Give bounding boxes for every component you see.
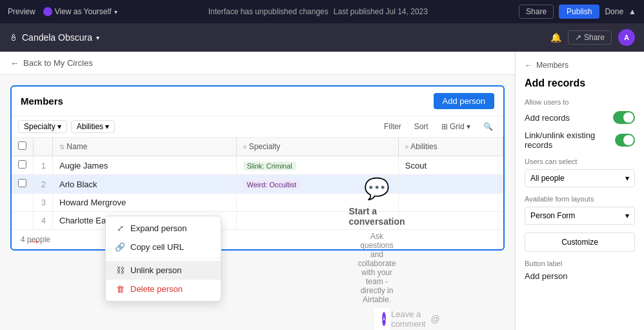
filter-label: Abilities xyxy=(77,122,103,131)
row-number: 1 xyxy=(34,156,53,175)
chevron-down-icon: ▾ xyxy=(625,211,629,220)
row-abilities xyxy=(398,194,503,212)
link-unlink-toggle-row: Link/unlink existing records xyxy=(525,130,635,150)
share-button-app[interactable]: ↗ Share xyxy=(568,30,612,45)
abilities-filter[interactable]: Abilities ▾ xyxy=(71,120,115,133)
button-label-value: Add person xyxy=(525,271,635,281)
sort-button[interactable]: Sort xyxy=(410,121,432,132)
specialty-filter[interactable]: Specialty ▾ xyxy=(18,120,67,133)
form-layout-select[interactable]: Person Form ▾ xyxy=(525,207,635,225)
app-header-right: 🔔 ↗ Share A xyxy=(550,29,635,46)
app-header: 🕯 Candela Obscura ▾ 🔔 ↗ Share A xyxy=(0,23,644,52)
table-row[interactable]: 4 Charlotte Eaves xyxy=(12,212,503,230)
users-select-box[interactable]: All people ▾ xyxy=(525,169,635,187)
allow-users-label: Allow users to xyxy=(525,98,635,106)
right-panel: ← Members Add records Allow users to Add… xyxy=(515,52,644,330)
row-checkbox[interactable] xyxy=(12,175,34,194)
arrow-indicator: → xyxy=(27,233,41,250)
checkbox-col-header xyxy=(12,138,34,156)
table-row[interactable]: 3 Howard Mergrove xyxy=(12,194,503,212)
sort-icon: ⇅ xyxy=(59,143,65,150)
unlink-icon: ⛓ xyxy=(115,265,125,275)
data-table: ⇅ Name ≡ Specialty ≡ Abilities 1 xyxy=(12,138,503,230)
comment-bar: A Leave a comment @ xyxy=(374,307,390,330)
row-specialty: Slink: Criminal xyxy=(236,156,398,175)
form-layouts-label: Available form layouts xyxy=(525,195,635,203)
at-icon: @ xyxy=(430,314,439,324)
row-checkbox[interactable] xyxy=(12,194,34,212)
chevron-down-icon: ▾ xyxy=(96,34,99,41)
content-area: ← Back to My Circles Members Add person … xyxy=(0,52,515,330)
done-button[interactable]: Done xyxy=(605,7,623,16)
table-header: Members Add person xyxy=(12,87,503,116)
panel-title: Add records xyxy=(525,77,635,89)
view-as-selector[interactable]: View as Yourself ▾ xyxy=(43,7,117,16)
users-select-value: All people xyxy=(530,174,565,183)
panel-back-button[interactable]: ← Members xyxy=(525,61,635,70)
chat-title: Start a conversation xyxy=(348,206,405,227)
publish-status: Interface has unpublished changes Last p… xyxy=(208,7,428,16)
row-number: 2 xyxy=(34,175,53,194)
row-abilities xyxy=(398,175,503,194)
row-checkbox[interactable] xyxy=(12,212,34,230)
main-layout: ← Back to My Circles Members Add person … xyxy=(0,52,644,330)
context-menu: ⤢ Expand person 🔗 Copy cell URL ⛓ Unlink… xyxy=(105,216,221,302)
add-records-toggle-row: Add records xyxy=(525,111,635,124)
app-name: Candela Obscura xyxy=(22,32,92,43)
button-label-title: Button label xyxy=(525,260,635,267)
chevron-down-icon: ▾ xyxy=(114,8,117,15)
filter-button[interactable]: Filter xyxy=(380,121,405,132)
chevron-down-icon: ▾ xyxy=(625,174,629,183)
share-button-top[interactable]: Share xyxy=(519,5,554,19)
abilities-col-header: ≡ Abilities xyxy=(398,138,503,156)
chat-description: Ask questions and collaborate with your … xyxy=(358,232,396,304)
unlink-person-menu-item[interactable]: ⛓ Unlink person xyxy=(106,261,221,280)
row-checkbox[interactable] xyxy=(12,156,34,175)
user-avatar[interactable]: A xyxy=(618,29,635,46)
toolbar-buttons: Filter Sort ⊞ Grid ▾ 🔍 xyxy=(380,121,497,132)
button-label-section: Button label Add person xyxy=(525,260,635,281)
notification-icon[interactable]: 🔔 xyxy=(550,32,561,43)
search-icon[interactable]: 🔍 xyxy=(479,121,497,132)
menu-divider xyxy=(106,258,221,259)
name-col-header: ⇅ Name xyxy=(53,138,237,156)
breadcrumb: ← Back to My Circles xyxy=(0,52,515,75)
record-count: 4 people xyxy=(12,230,503,249)
chevron-down-icon: ▾ xyxy=(105,122,109,131)
chevron-up-icon: ▲ xyxy=(629,7,636,16)
link-unlink-toggle[interactable] xyxy=(615,134,635,147)
breadcrumb-text: Back to My Circles xyxy=(23,58,93,68)
row-name: Howard Mergrove xyxy=(53,194,237,212)
table-row[interactable]: 2 Arlo Black Weird: Occultist xyxy=(12,175,503,194)
row-number: 4 xyxy=(34,212,53,230)
expand-person-menu-item[interactable]: ⤢ Expand person xyxy=(106,219,221,238)
back-arrow-icon[interactable]: ← xyxy=(10,58,19,68)
expand-icon: ⤢ xyxy=(115,223,125,233)
chat-area: 💬 Start a conversation Ask questions and… xyxy=(374,176,379,304)
comment-placeholder[interactable]: Leave a comment xyxy=(391,309,425,329)
preview-button[interactable]: Preview xyxy=(8,7,35,16)
add-records-label: Add records xyxy=(525,113,570,123)
row-number: 3 xyxy=(34,194,53,212)
add-person-button[interactable]: Add person xyxy=(434,93,495,109)
row-abilities: Scout xyxy=(398,156,503,175)
app-icon: 🕯 xyxy=(9,32,18,43)
app-title: 🕯 Candela Obscura ▾ xyxy=(9,32,99,43)
form-layout-value: Person Form xyxy=(530,211,575,220)
table-row[interactable]: 1 Augie James Slink: Criminal Scout xyxy=(12,156,503,175)
top-bar-right: Share Publish Done ▲ xyxy=(519,5,636,19)
table-wrapper: Members Add person Specialty ▾ Abilities… xyxy=(10,85,505,251)
delete-person-menu-item[interactable]: 🗑 Delete person xyxy=(106,280,221,298)
top-bar: Preview View as Yourself ▾ Interface has… xyxy=(0,0,644,23)
publish-button[interactable]: Publish xyxy=(559,5,599,19)
row-num-header xyxy=(34,138,53,156)
copy-cell-url-menu-item[interactable]: 🔗 Copy cell URL xyxy=(106,238,221,256)
top-bar-left: Preview View as Yourself ▾ xyxy=(8,7,117,16)
customize-button[interactable]: Customize xyxy=(525,232,635,252)
filter-label: Specialty xyxy=(24,122,55,131)
grid-button[interactable]: ⊞ Grid ▾ xyxy=(438,121,474,132)
delete-icon: 🗑 xyxy=(115,284,125,294)
add-records-toggle[interactable] xyxy=(613,111,635,124)
select-all-checkbox[interactable] xyxy=(18,141,26,150)
comment-avatar: A xyxy=(382,312,386,326)
